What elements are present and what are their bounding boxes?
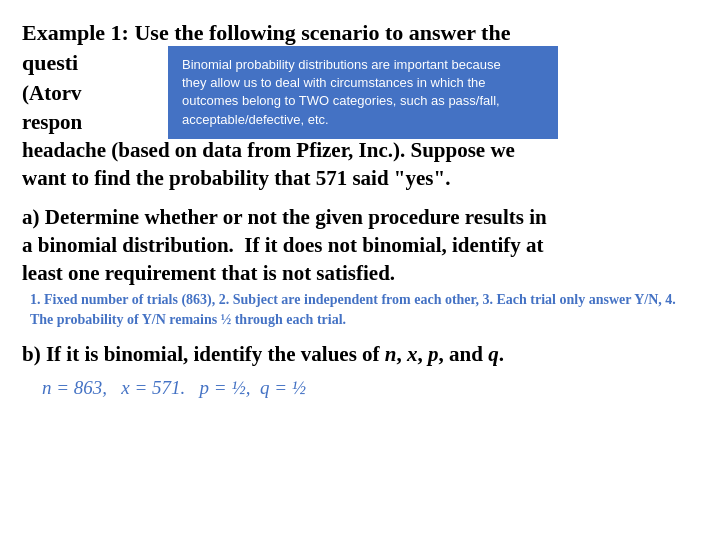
tooltip-line1: Binomial probability distributions are i…: [182, 57, 501, 72]
tooltip-line4: acceptable/defective, etc.: [182, 112, 329, 127]
tooltip-line2: they allow us to deal with circumstances…: [182, 75, 485, 90]
tooltip-line3: outcomes belong to TWO categories, such …: [182, 93, 500, 108]
part-a-question: a) Determine whether or not the given pr…: [22, 203, 698, 288]
scenario-headache: headache (based on data from Pfizer, Inc…: [22, 136, 698, 164]
part-a-answer: 1. Fixed number of trials (863), 2. Subj…: [30, 290, 698, 331]
part-b-answer: n = 863, x = 571. p = ½, q = ½: [42, 375, 698, 402]
tooltip-box: Binomial probability distributions are i…: [168, 46, 558, 139]
title-line1: Example 1: Use the following scenario to…: [22, 20, 510, 45]
part-b-question: b) If it is binomial, identify the value…: [22, 340, 698, 368]
scenario-want: want to find the probability that 571 sa…: [22, 164, 698, 192]
slide-container: Binomial probability distributions are i…: [0, 0, 720, 540]
